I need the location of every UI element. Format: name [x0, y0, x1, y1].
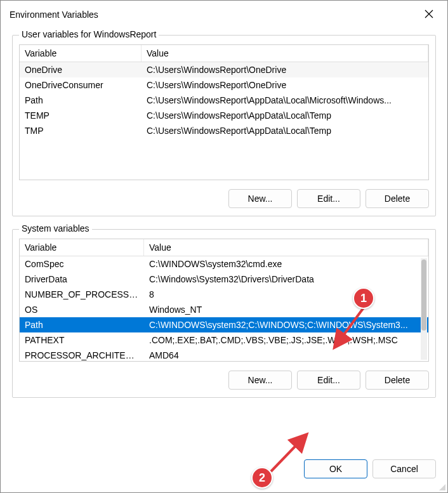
list-row-selected[interactable]: Path C:\WINDOWS\system32;C:\WINDOWS;C:\W…: [20, 317, 428, 332]
list-header[interactable]: Variable Value: [20, 45, 428, 62]
cell-variable: Path: [20, 319, 144, 331]
ok-button[interactable]: OK: [304, 459, 367, 478]
close-icon[interactable]: [419, 7, 438, 23]
dialog-footer: OK Cancel: [293, 459, 447, 478]
titlebar: Environment Variables: [1, 1, 447, 26]
cell-value: Windows_NT: [144, 303, 428, 316]
environment-variables-dialog: Environment Variables User variables for…: [0, 0, 448, 493]
cell-variable: OneDriveConsumer: [20, 79, 142, 91]
column-header-value[interactable]: Value: [142, 45, 428, 62]
user-buttons-row: New... Edit... Delete: [19, 189, 429, 208]
cell-variable: OS: [20, 303, 144, 316]
cell-value: C:\Users\WindowsReport\OneDrive: [142, 63, 428, 76]
system-new-button[interactable]: New...: [228, 371, 292, 390]
cell-value: C:\Users\WindowsReport\AppData\Local\Tem…: [142, 124, 428, 137]
user-variables-list[interactable]: Variable Value OneDrive C:\Users\Windows…: [19, 44, 429, 180]
list-row[interactable]: OneDrive C:\Users\WindowsReport\OneDrive: [20, 62, 428, 77]
system-edit-button[interactable]: Edit...: [297, 371, 360, 390]
column-header-variable[interactable]: Variable: [20, 45, 142, 62]
column-header-value[interactable]: Value: [144, 239, 428, 256]
cell-variable: TMP: [20, 124, 142, 137]
cell-value: AMD64: [144, 349, 428, 362]
cell-variable: Path: [20, 94, 142, 107]
cell-variable: ComSpec: [20, 258, 144, 270]
list-row[interactable]: Path C:\Users\WindowsReport\AppData\Loca…: [20, 93, 428, 108]
cell-variable: OneDrive: [20, 63, 142, 76]
cell-value: C:\Users\WindowsReport\AppData\Local\Mic…: [142, 94, 428, 107]
annotation-badge-2: 2: [251, 467, 273, 489]
list-row[interactable]: PATHEXT .COM;.EXE;.BAT;.CMD;.VBS;.VBE;.J…: [20, 332, 428, 348]
user-edit-button[interactable]: Edit...: [297, 189, 360, 208]
cell-value: C:\Users\WindowsReport\OneDrive: [142, 79, 428, 91]
list-row[interactable]: DriverData C:\Windows\System32\Drivers\D…: [20, 272, 428, 287]
user-variables-label: User variables for WindowsReport: [19, 29, 159, 39]
cell-value: C:\Windows\System32\Drivers\DriverData: [144, 273, 428, 286]
cell-variable: DriverData: [20, 273, 144, 286]
cell-value: C:\WINDOWS\system32;C:\WINDOWS;C:\WINDOW…: [144, 319, 428, 331]
user-new-button[interactable]: New...: [228, 189, 292, 208]
cell-variable: NUMBER_OF_PROCESSORS: [20, 288, 144, 301]
annotation-badge-1: 1: [353, 287, 374, 309]
list-row[interactable]: ComSpec C:\WINDOWS\system32\cmd.exe: [20, 256, 428, 272]
cell-value: 8: [144, 288, 428, 301]
cell-value: C:\WINDOWS\system32\cmd.exe: [144, 258, 428, 270]
user-variables-group: User variables for WindowsReport Variabl…: [12, 35, 436, 216]
cell-variable: TEMP: [20, 109, 142, 122]
column-header-variable[interactable]: Variable: [20, 239, 144, 256]
system-buttons-row: New... Edit... Delete: [19, 371, 429, 390]
scrollbar[interactable]: [421, 258, 427, 360]
dialog-content: User variables for WindowsReport Variabl…: [1, 26, 447, 409]
dialog-title: Environment Variables: [10, 10, 98, 20]
scroll-thumb[interactable]: [421, 260, 426, 331]
resize-grip-icon[interactable]: [437, 482, 446, 491]
list-row[interactable]: TMP C:\Users\WindowsReport\AppData\Local…: [20, 123, 428, 138]
system-variables-group: System variables Variable Value ComSpec …: [12, 229, 436, 398]
list-row[interactable]: TEMP C:\Users\WindowsReport\AppData\Loca…: [20, 108, 428, 123]
user-delete-button[interactable]: Delete: [366, 189, 429, 208]
list-header[interactable]: Variable Value: [20, 239, 428, 256]
cell-variable: PATHEXT: [20, 334, 144, 346]
cell-value: .COM;.EXE;.BAT;.CMD;.VBS;.VBE;.JS;.JSE;.…: [144, 334, 428, 346]
list-row[interactable]: OneDriveConsumer C:\Users\WindowsReport\…: [20, 77, 428, 93]
cell-value: C:\Users\WindowsReport\AppData\Local\Tem…: [142, 109, 428, 122]
system-delete-button[interactable]: Delete: [366, 371, 429, 390]
cancel-button[interactable]: Cancel: [372, 459, 436, 478]
cell-variable: PROCESSOR_ARCHITECTU...: [20, 349, 144, 362]
system-variables-label: System variables: [19, 223, 92, 233]
list-row[interactable]: PROCESSOR_ARCHITECTU... AMD64: [20, 348, 428, 362]
